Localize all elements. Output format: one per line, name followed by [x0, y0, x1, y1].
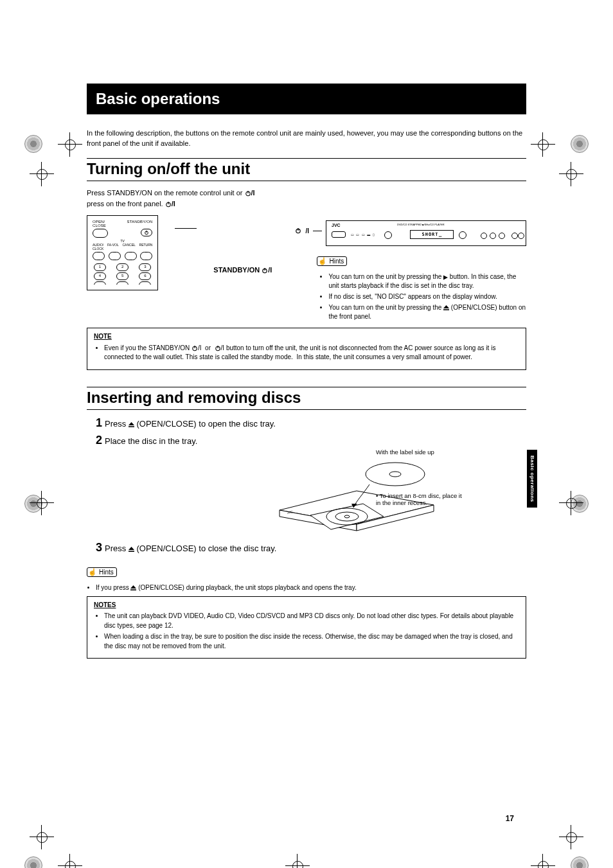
hints-badge: ☝ Hints: [87, 567, 117, 577]
remote-label: STANDBY/ON: [127, 220, 153, 227]
remote-label: FA-VOL: [107, 243, 119, 251]
remote-label: AUDIO/ CLOCK: [93, 243, 103, 251]
power-icon: [245, 190, 251, 197]
standby-on-callout: STANDBY/ON /I: [213, 266, 272, 274]
reg-mark: [571, 856, 589, 868]
notes-box: NOTES The unit can playback DVD VIDEO, A…: [87, 596, 526, 659]
intro-text: In the following description, the button…: [87, 128, 526, 149]
front-panel-button: [518, 233, 524, 239]
front-panel-button: [332, 231, 346, 238]
svg-rect-18: [129, 426, 134, 427]
eject-icon: [129, 547, 134, 553]
crop-mark: [62, 858, 78, 868]
remote-number-button: 5: [116, 272, 129, 280]
crop-mark: [563, 166, 580, 182]
step-1: 1Press (OPEN/CLOSE) to open the disc tra…: [96, 416, 526, 430]
power-icon: [144, 230, 149, 235]
remote-number-button: [94, 281, 106, 285]
hint-item: If no disc is set, "NO DISC" appears on …: [328, 292, 526, 301]
note-item: Even if you the STANDBY/ON /I or /I butt…: [104, 344, 519, 362]
remote-button-icon: [109, 252, 121, 260]
remote-number-button: [116, 281, 129, 285]
crop-mark: [33, 495, 50, 511]
display-window: SHORT⎯: [410, 230, 454, 239]
crop-mark: [535, 136, 551, 153]
hint-item: You can turn on the unit by pressing the…: [328, 303, 526, 321]
crop-mark: [62, 136, 78, 153]
notes-item: When loading a disc in the tray, be sure…: [104, 632, 519, 651]
eject-icon: [443, 305, 449, 311]
front-panel-subtitle: DVD/CD STRAPPED ■/KHz/CD PLAYER: [397, 223, 445, 226]
reg-mark: [24, 135, 42, 153]
remote-number-button: 6: [139, 272, 151, 280]
hints-badge: ☝ Hints: [317, 256, 347, 266]
manual-page: Basic operations In the following descri…: [0, 84, 613, 868]
standby-instruction: Press STANDBY/ON on the remote control u…: [87, 188, 526, 210]
fig-caption-side: • To insert an 8-cm disc, place it in th…: [376, 492, 466, 506]
remote-label: OPEN/ CLOSE: [93, 220, 106, 227]
svg-rect-33: [130, 589, 136, 590]
crop-mark: [535, 858, 551, 868]
brand-label: JVC: [332, 223, 341, 227]
power-icon: [295, 227, 301, 234]
remote-number-button: 4: [94, 272, 106, 280]
reg-mark: [571, 135, 589, 153]
svg-point-26: [366, 463, 425, 486]
remote-number-button: [139, 281, 151, 285]
step-3: 3Press (OPEN/CLOSE) to close the disc tr…: [96, 541, 526, 554]
crop-mark: [563, 829, 580, 846]
front-panel-circle-icon: [459, 231, 466, 239]
notes-item: The unit can playback DVD VIDEO, Audio C…: [104, 612, 519, 630]
svg-rect-12: [443, 309, 449, 310]
eject-icon: [130, 585, 136, 591]
standby-button-icon: [141, 229, 152, 236]
page-number: 17: [506, 814, 514, 823]
svg-marker-10: [443, 276, 448, 280]
eject-icon: [129, 422, 134, 428]
front-panel-circle-icon: [384, 231, 392, 239]
svg-marker-32: [130, 585, 136, 589]
power-icon: [215, 345, 221, 351]
fig-caption-top: With the label side up: [376, 448, 434, 456]
crop-mark: [33, 829, 50, 846]
note-box: NOTE Even if you the STANDBY/ON /I or /I…: [87, 328, 526, 370]
divider: [87, 387, 526, 387]
power-icon: [262, 267, 268, 274]
remote-control-diagram: OPEN/ CLOSE STANDBY/ON TV AUDIO/ CLOCK F…: [87, 215, 158, 290]
remote-button-icon: [93, 252, 105, 260]
front-panel-button: [499, 233, 505, 239]
svg-marker-11: [443, 305, 449, 308]
hints-label-text: Hints: [329, 258, 344, 265]
hints-list: If you press (OPEN/CLOSE) during playbac…: [89, 583, 526, 592]
hints-list: You can turn on the unit by pressing the…: [328, 272, 526, 321]
crop-mark: [289, 858, 306, 868]
pointing-hand-icon: ☝: [318, 258, 327, 265]
power-icon: [191, 345, 198, 351]
reg-mark: [24, 856, 42, 868]
front-panel-button: [481, 233, 487, 239]
remote-number-button: 3: [139, 263, 151, 271]
hint-item: If you press (OPEN/CLOSE) during playbac…: [96, 583, 526, 592]
section-title-discs: Inserting and removing discs: [87, 389, 526, 407]
front-panel-diagram: JVC DVD/CD STRAPPED ■/KHz/CD PLAYER ▭ ▭ …: [326, 220, 526, 246]
note-title: NOTE: [94, 333, 112, 340]
remote-button-icon: [140, 252, 152, 260]
hint-item: You can turn on the unit by pressing the…: [328, 272, 526, 290]
front-panel-button: [490, 233, 496, 239]
page-header: Basic operations: [87, 84, 526, 114]
front-panel-button: [511, 233, 518, 239]
open-close-button-icon: [93, 229, 108, 238]
disc-insertion-diagram: JVC With the label side up • To insert a…: [273, 452, 504, 537]
front-panel-icons: ▭ ▭ ▭ ▬ ▯: [351, 233, 375, 236]
remote-number-button: 2: [116, 263, 129, 271]
power-icon: [165, 201, 172, 208]
hints-label-text: Hints: [99, 569, 114, 576]
divider: [87, 181, 526, 181]
svg-rect-31: [129, 551, 134, 552]
remote-button-icon: [125, 252, 137, 260]
notes-title: NOTES: [94, 601, 116, 608]
crop-mark: [33, 166, 50, 182]
section-tab: Basic operations: [527, 450, 537, 508]
remote-label: RETURN: [139, 243, 153, 251]
section-title-turning-on: Turning on/off the unit: [87, 160, 526, 178]
